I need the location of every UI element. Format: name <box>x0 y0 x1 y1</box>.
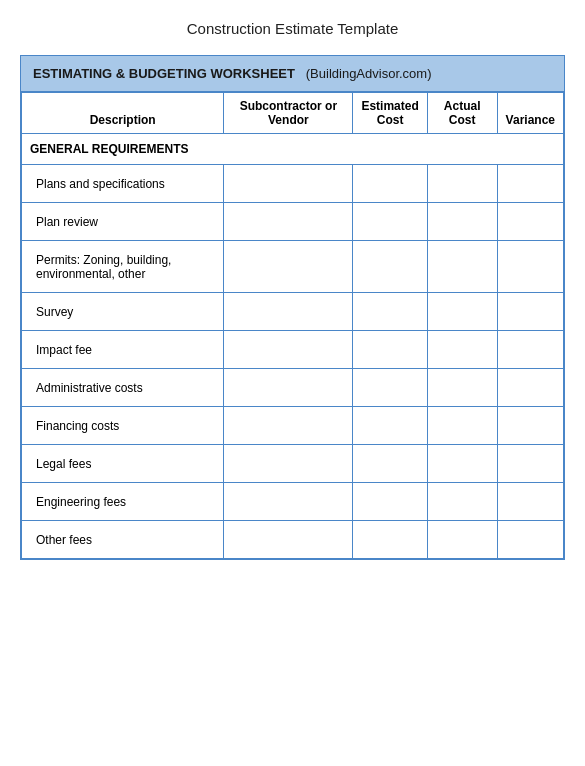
table-row: Plans and specifications <box>22 165 564 203</box>
row-cell <box>224 241 353 293</box>
table-row: Legal fees <box>22 445 564 483</box>
table-row: Survey <box>22 293 564 331</box>
row-cell <box>497 521 563 559</box>
row-cell <box>497 331 563 369</box>
row-cell <box>353 407 427 445</box>
row-description: Plans and specifications <box>22 165 224 203</box>
row-cell <box>497 407 563 445</box>
row-cell <box>224 369 353 407</box>
col-header-variance: Variance <box>497 93 563 134</box>
row-cell <box>224 331 353 369</box>
row-cell <box>224 407 353 445</box>
table-row: Permits: Zoning, building, environmental… <box>22 241 564 293</box>
row-cell <box>427 445 497 483</box>
row-cell <box>224 165 353 203</box>
row-cell <box>224 483 353 521</box>
row-cell <box>427 293 497 331</box>
row-cell <box>497 293 563 331</box>
row-cell <box>427 521 497 559</box>
worksheet-header: ESTIMATING & BUDGETING WORKSHEET (Buildi… <box>21 56 564 92</box>
row-cell <box>427 483 497 521</box>
row-cell <box>427 241 497 293</box>
row-cell <box>427 331 497 369</box>
row-cell <box>224 521 353 559</box>
row-cell <box>353 521 427 559</box>
row-cell <box>353 203 427 241</box>
col-header-subcontractor: Subcontractor or Vendor <box>224 93 353 134</box>
worksheet-title: ESTIMATING & BUDGETING WORKSHEET <box>33 66 295 81</box>
row-cell <box>353 445 427 483</box>
row-cell <box>427 407 497 445</box>
estimate-table: Description Subcontractor or Vendor Esti… <box>21 92 564 559</box>
col-header-estimated-cost: Estimated Cost <box>353 93 427 134</box>
row-cell <box>353 331 427 369</box>
row-cell <box>224 445 353 483</box>
table-row: Impact fee <box>22 331 564 369</box>
row-description: Engineering fees <box>22 483 224 521</box>
row-cell <box>427 165 497 203</box>
row-description: Permits: Zoning, building, environmental… <box>22 241 224 293</box>
row-cell <box>224 293 353 331</box>
table-row: Engineering fees <box>22 483 564 521</box>
page-title: Construction Estimate Template <box>187 20 399 37</box>
row-description: Administrative costs <box>22 369 224 407</box>
row-cell <box>497 483 563 521</box>
row-cell <box>497 165 563 203</box>
row-description: Legal fees <box>22 445 224 483</box>
row-cell <box>353 241 427 293</box>
section-header-row: GENERAL REQUIREMENTS <box>22 134 564 165</box>
row-cell <box>224 203 353 241</box>
worksheet-site: (BuildingAdvisor.com) <box>306 66 432 81</box>
section-header-label: GENERAL REQUIREMENTS <box>22 134 564 165</box>
table-row: Plan review <box>22 203 564 241</box>
row-cell <box>497 445 563 483</box>
row-cell <box>353 165 427 203</box>
row-description: Other fees <box>22 521 224 559</box>
row-cell <box>497 241 563 293</box>
row-cell <box>497 203 563 241</box>
col-header-actual-cost: Actual Cost <box>427 93 497 134</box>
table-row: Administrative costs <box>22 369 564 407</box>
worksheet-container: ESTIMATING & BUDGETING WORKSHEET (Buildi… <box>20 55 565 560</box>
row-cell <box>427 203 497 241</box>
row-description: Plan review <box>22 203 224 241</box>
row-cell <box>353 483 427 521</box>
row-description: Survey <box>22 293 224 331</box>
row-description: Impact fee <box>22 331 224 369</box>
row-description: Financing costs <box>22 407 224 445</box>
row-cell <box>353 369 427 407</box>
table-row: Other fees <box>22 521 564 559</box>
row-cell <box>427 369 497 407</box>
col-header-description: Description <box>22 93 224 134</box>
row-cell <box>353 293 427 331</box>
table-row: Financing costs <box>22 407 564 445</box>
row-cell <box>497 369 563 407</box>
